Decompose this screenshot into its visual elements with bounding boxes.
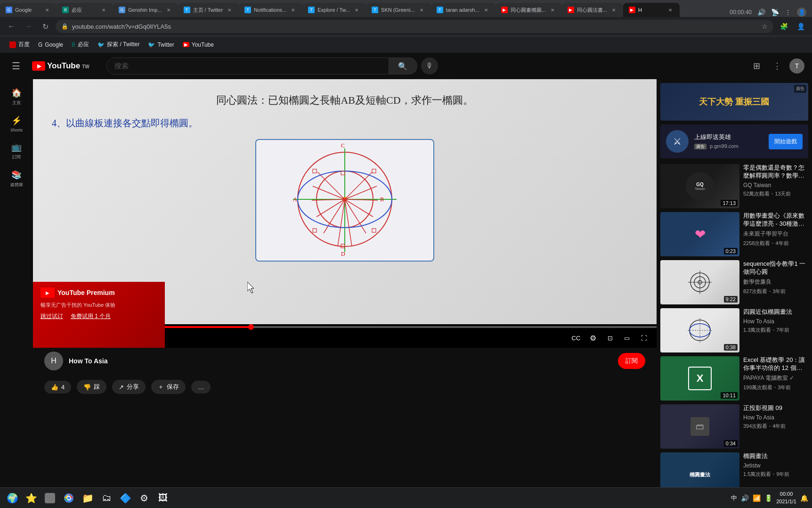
tab-title-twitter-home: 主页 / Twitter: [193, 7, 223, 14]
yt-logo[interactable]: YouTube TW: [32, 61, 89, 71]
tab-close-google[interactable]: ✕: [43, 6, 51, 14]
taskbar-photos[interactable]: 🖼: [154, 490, 171, 507]
subtitles-button[interactable]: CC: [569, 331, 583, 345]
bookmark-star[interactable]: ☆: [762, 23, 768, 30]
tab-favicon-skn: T: [372, 7, 378, 13]
profile-button[interactable]: 👤: [794, 20, 807, 33]
miniplayer-button[interactable]: ⊡: [603, 331, 617, 345]
taskbar-settings[interactable]: ⚙: [136, 490, 153, 507]
tab-genshin[interactable]: G Genshin Imp... ✕: [113, 3, 178, 17]
tab-close-taran[interactable]: ✕: [482, 6, 490, 14]
mic-button[interactable]: 🎙: [421, 57, 438, 74]
user-avatar[interactable]: T: [789, 58, 804, 74]
tab-taran[interactable]: T taran adarsh... ✕: [431, 3, 495, 17]
rec-video-6[interactable]: 橢圓畫法 ? 橢圓畫法 Jetistw 1.5萬次觀看・9年前: [660, 452, 808, 487]
tray-notification[interactable]: 🔔: [800, 494, 808, 502]
bookmark-baidu[interactable]: 百度: [6, 39, 33, 50]
start-game-button[interactable]: 開始遊戲: [769, 134, 803, 149]
tab-close-skn[interactable]: ✕: [418, 6, 425, 14]
address-bar[interactable]: 🔒 youtube.com/watch?v=dGq0IlYLA5s ☆: [56, 20, 773, 33]
user-icon[interactable]: 👤: [797, 8, 806, 17]
grid-icon[interactable]: ⊞: [748, 57, 765, 74]
search-area: 搜索 🔍 🎙: [106, 57, 731, 74]
tab-close-biying[interactable]: ✕: [100, 6, 107, 14]
tab-close-notifications[interactable]: ✕: [289, 6, 297, 14]
rec-meta-2: 827次觀看・3年前: [743, 288, 808, 295]
bookmark-google[interactable]: G Google: [34, 40, 67, 50]
tab-close-yt-law[interactable]: ✕: [610, 6, 617, 14]
page-body: 🏠 主頁 ⚡ Shorts 📺 訂閱 📚 媒體庫: [0, 79, 812, 487]
hamburger-menu[interactable]: ☰: [8, 57, 24, 74]
share-button[interactable]: ↗ 分享: [112, 380, 146, 394]
tab-close-yt-main[interactable]: ✕: [549, 6, 556, 14]
dislike-button[interactable]: 👎 踩: [77, 380, 106, 394]
bookmark-biying[interactable]: B 必应: [68, 39, 93, 50]
rec-video-4[interactable]: X 10:11 Excel 基礎教學 20：讓你事半功倍的 12 個小技巧 PA…: [660, 356, 808, 401]
bookmark-youtube[interactable]: ▶ YouTube: [179, 40, 218, 50]
tab-close-explore[interactable]: ✕: [353, 6, 360, 14]
tab-biying[interactable]: B 必应 ✕: [57, 3, 113, 17]
search-button[interactable]: 🔍: [389, 57, 417, 74]
theater-button[interactable]: ▭: [620, 331, 634, 345]
tab-favicon-genshin: G: [119, 7, 125, 13]
rec-meta-0: 52萬次觀看・13天前: [743, 190, 808, 197]
sidebar-home[interactable]: 🏠 主頁: [11, 84, 22, 110]
tab-close-yt-active[interactable]: ✕: [666, 6, 674, 14]
sidebar-library[interactable]: 📚 媒體庫: [10, 166, 23, 192]
more-button[interactable]: …: [191, 381, 211, 393]
tab-twitter-home[interactable]: T 主页 / Twitter ✕: [178, 3, 239, 17]
tab-notifications[interactable]: T Notifications... ✕: [239, 3, 302, 17]
fullscreen-button[interactable]: ⛶: [637, 331, 651, 345]
rec-video-2[interactable]: 9:22 sequence指令教學1 一做同心圓 數學曾廉良 827次觀看・3年…: [660, 260, 808, 304]
taskbar-star[interactable]: ⭐: [23, 490, 40, 507]
bookmark-twitter-explore[interactable]: 🐦 探索 / Twitter: [94, 39, 143, 50]
promoted-avatar: ⚔: [666, 130, 689, 153]
premium-title: YouTube Premium: [57, 289, 115, 296]
taskbar-files[interactable]: 🗂: [98, 490, 115, 507]
tab-skn[interactable]: T SKN (Greeni... ✕: [366, 3, 431, 17]
taskbar-folder[interactable]: 📁: [79, 490, 96, 507]
skip-trial-link[interactable]: 跳过试订: [41, 312, 63, 320]
subscribe-button[interactable]: 訂閱: [618, 353, 645, 369]
tab-google[interactable]: G Google ✕: [0, 3, 57, 17]
tab-yt-main[interactable]: ▶ 同心圓畫橢圖... ✕: [495, 3, 562, 17]
promoted-section[interactable]: ⚔ 上線即送英雄 廣告 p.gm99.com 開始遊戲: [660, 124, 808, 158]
ad-banner[interactable]: 天下大勢 重振三國 廣告: [660, 83, 808, 121]
browser-menu-icon[interactable]: ⋮: [785, 8, 791, 16]
settings-button[interactable]: ⚙: [586, 331, 600, 345]
save-button[interactable]: ＋ 保存: [151, 380, 186, 394]
yt-search-bar[interactable]: 搜索: [106, 57, 389, 74]
sidebar-shorts[interactable]: ⚡ Shorts: [10, 112, 23, 136]
subscriptions-label: 訂閱: [12, 154, 21, 160]
twitter-icon: 🐦: [148, 41, 155, 48]
circle-diagram-svg: C B A D: [279, 139, 411, 262]
back-button[interactable]: ←: [5, 20, 18, 33]
like-button[interactable]: 👍 4: [44, 381, 71, 393]
rec-video-1[interactable]: ❤ 0:23 用數學畫愛心《原來數學這麼漂亮 - 30種激發創意的手繪練習》 未…: [660, 212, 808, 256]
free-trial-link[interactable]: 免费试用 1 个月: [71, 312, 111, 320]
tray-time: 00:00: [776, 491, 796, 498]
rec-channel-0: GQ Taiwan: [743, 182, 808, 188]
refresh-button[interactable]: ↻: [39, 20, 52, 33]
taskbar-app1[interactable]: [41, 490, 58, 507]
rec-video-0[interactable]: GQ Taiwan 17:13 零是偶數還是奇數？怎麼解釋圓周率？數學家為凡人解…: [660, 164, 808, 208]
tab-yt-active[interactable]: ▶ H ✕: [623, 3, 680, 17]
progress-dot[interactable]: [248, 324, 254, 330]
bookmark-twitter[interactable]: 🐦 Twitter: [144, 40, 178, 50]
tab-close-genshin[interactable]: ✕: [165, 6, 172, 14]
rec-video-5[interactable]: 🗃 0:34 正投影視圖 09 How To Asia 394次觀看・4年前: [660, 404, 808, 449]
channel-avatar[interactable]: H: [44, 352, 63, 370]
taskbar-earth[interactable]: 🌍: [4, 490, 21, 507]
tab-yt-law[interactable]: ▶ 同心圓法書... ✕: [562, 3, 623, 17]
tab-explore[interactable]: T Explore / Tw... ✕: [302, 3, 366, 17]
svg-rect-26: [313, 229, 317, 232]
taskbar-edge[interactable]: 🔷: [117, 490, 134, 507]
rec-video-3[interactable]: 0:38 四圓近似橢圓畫法 How To Asia 1.3萬次觀看・7年前: [660, 308, 808, 352]
taskbar-chrome[interactable]: [60, 490, 77, 507]
more-vert-icon[interactable]: ⋮: [769, 57, 786, 74]
forward-button[interactable]: →: [22, 20, 35, 33]
tab-close-twitter-home[interactable]: ✕: [226, 6, 233, 14]
twitter-explore-label: 探索 / Twitter: [107, 41, 139, 49]
extensions-button[interactable]: 🧩: [777, 20, 790, 33]
sidebar-subscriptions[interactable]: 📺 訂閱: [11, 138, 22, 164]
